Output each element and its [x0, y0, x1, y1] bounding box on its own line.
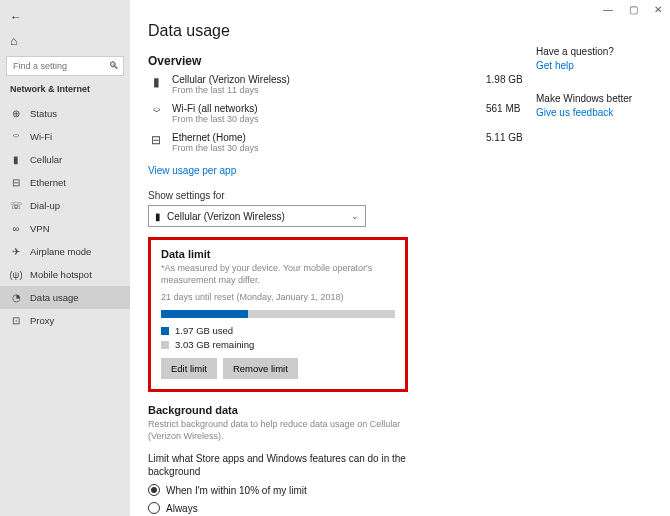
status-icon: ⊕: [10, 108, 22, 119]
sidebar-item-label: Dial-up: [30, 200, 60, 211]
background-heading: Background data: [148, 404, 428, 416]
sidebar-item-vpn[interactable]: ∞ VPN: [0, 217, 130, 240]
window-minimize[interactable]: —: [603, 4, 613, 15]
back-button[interactable]: ←: [10, 10, 22, 24]
datausage-icon: ◔: [10, 292, 22, 303]
data-limit-progress-fill: [161, 310, 248, 318]
radio-icon: [148, 502, 160, 514]
sidebar-item-label: Mobile hotspot: [30, 269, 92, 280]
usage-value: 5.11 GB: [486, 132, 526, 143]
sidebar-item-label: Data usage: [30, 292, 79, 303]
legend-remaining-swatch: [161, 341, 169, 349]
usage-name: Cellular (Verizon Wireless): [172, 74, 438, 85]
data-limit-remaining: 3.03 GB remaining: [175, 339, 254, 350]
dialup-icon: ☏: [10, 200, 22, 211]
sidebar-item-proxy[interactable]: ⊡ Proxy: [0, 309, 130, 332]
usage-row-cellular: ▮ Cellular (Verizon Wireless) From the l…: [148, 74, 526, 95]
sidebar-item-label: VPN: [30, 223, 50, 234]
usage-row-wifi: ⌔ Wi-Fi (all networks) From the last 30 …: [148, 103, 526, 124]
sidebar-item-cellular[interactable]: ▮ Cellular: [0, 148, 130, 171]
sidebar: ← ⌂ 🔍︎ Network & Internet ⊕ Status ⌔ Wi-…: [0, 0, 130, 516]
settings-for-label: Show settings for: [148, 190, 526, 201]
sidebar-item-status[interactable]: ⊕ Status: [0, 102, 130, 125]
radio-label: When I'm within 10% of my limit: [166, 485, 307, 496]
proxy-icon: ⊡: [10, 315, 22, 326]
search-input[interactable]: [6, 56, 124, 76]
right-column: Have a question? Get help Make Windows b…: [536, 10, 656, 516]
cellular-bars-icon: ▮: [148, 75, 164, 91]
sidebar-item-ethernet[interactable]: ⊟ Ethernet: [0, 171, 130, 194]
vpn-icon: ∞: [10, 223, 22, 234]
edit-limit-button[interactable]: Edit limit: [161, 358, 217, 379]
window-close[interactable]: ✕: [654, 4, 662, 15]
usage-sub: From the last 30 days: [172, 114, 438, 124]
question-heading: Have a question?: [536, 46, 656, 57]
overview-heading: Overview: [148, 54, 526, 68]
window-maximize[interactable]: ▢: [629, 4, 638, 15]
remove-limit-button[interactable]: Remove limit: [223, 358, 298, 379]
usage-name: Wi-Fi (all networks): [172, 103, 438, 114]
usage-sub: From the last 30 days: [172, 143, 438, 153]
radio-label: Always: [166, 503, 198, 514]
search-icon: 🔍︎: [109, 60, 119, 71]
data-limit-progress: [161, 310, 395, 318]
dropdown-selected: Cellular (Verizon Wireless): [167, 211, 285, 222]
chevron-down-icon: ⌄: [351, 211, 359, 221]
wifi-icon: ⌔: [10, 131, 22, 142]
radio-option-within10[interactable]: When I'm within 10% of my limit: [148, 484, 428, 496]
background-limit-label: Limit what Store apps and Windows featur…: [148, 452, 428, 478]
usage-name: Ethernet (Home): [172, 132, 438, 143]
legend-used-swatch: [161, 327, 169, 335]
feedback-heading: Make Windows better: [536, 93, 656, 104]
sidebar-item-label: Airplane mode: [30, 246, 91, 257]
settings-for-dropdown[interactable]: ▮ Cellular (Verizon Wireless) ⌄: [148, 205, 366, 227]
hotspot-icon: (ψ): [10, 269, 22, 280]
usage-value: 561 MB: [486, 103, 526, 114]
background-desc: Restrict background data to help reduce …: [148, 419, 428, 442]
usage-value: 1.98 GB: [486, 74, 526, 85]
feedback-link[interactable]: Give us feedback: [536, 107, 656, 118]
sidebar-item-label: Proxy: [30, 315, 54, 326]
sidebar-item-label: Status: [30, 108, 57, 119]
sidebar-item-label: Wi-Fi: [30, 131, 52, 142]
cellular-icon: ▮: [10, 154, 22, 165]
sidebar-item-label: Cellular: [30, 154, 62, 165]
sidebar-item-airplane[interactable]: ✈︎ Airplane mode: [0, 240, 130, 263]
sidebar-item-hotspot[interactable]: (ψ) Mobile hotspot: [0, 263, 130, 286]
data-limit-note: *As measured by your device. Your mobile…: [161, 263, 395, 286]
sidebar-item-datausage[interactable]: ◔ Data usage: [0, 286, 130, 309]
wifi-icon: ⌔: [148, 104, 164, 120]
page-title: Data usage: [148, 22, 526, 40]
data-limit-used: 1.97 GB used: [175, 325, 233, 336]
get-help-link[interactable]: Get help: [536, 60, 656, 71]
data-limit-reset: 21 days until reset (Monday, January 1, …: [161, 292, 395, 304]
data-limit-heading: Data limit: [161, 248, 395, 260]
ethernet-icon: ⊟: [10, 177, 22, 188]
radio-icon: [148, 484, 160, 496]
view-usage-link[interactable]: View usage per app: [148, 165, 236, 176]
airplane-icon: ✈︎: [10, 246, 22, 257]
radio-option-always[interactable]: Always: [148, 502, 428, 514]
sidebar-item-label: Ethernet: [30, 177, 66, 188]
sidebar-section-title: Network & Internet: [0, 84, 130, 102]
ethernet-icon: ⊟: [148, 133, 164, 149]
data-limit-callout: Data limit *As measured by your device. …: [148, 237, 408, 392]
sidebar-item-wifi[interactable]: ⌔ Wi-Fi: [0, 125, 130, 148]
cellular-bars-icon: ▮: [155, 211, 161, 222]
usage-row-ethernet: ⊟ Ethernet (Home) From the last 30 days …: [148, 132, 526, 153]
usage-sub: From the last 11 days: [172, 85, 438, 95]
sidebar-item-dialup[interactable]: ☏ Dial-up: [0, 194, 130, 217]
home-icon[interactable]: ⌂: [10, 34, 17, 48]
